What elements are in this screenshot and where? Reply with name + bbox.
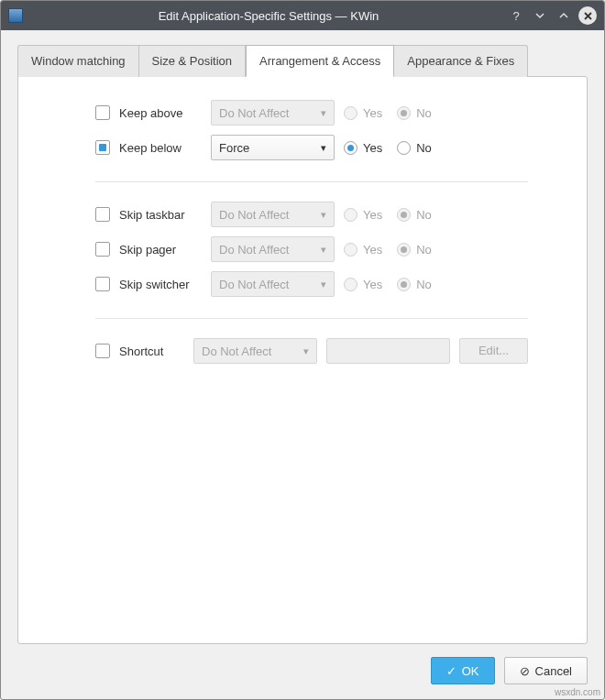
skip-switcher-mode-value: Do Not Affect <box>219 278 289 291</box>
ok-label: OK <box>462 664 479 678</box>
check-icon: ✓ <box>446 664 456 678</box>
skip-taskbar-yes-radio: Yes <box>344 208 382 222</box>
shortcut-input <box>326 338 450 364</box>
chevron-down-icon <box>534 10 545 21</box>
keep-below-yes-radio[interactable]: Yes <box>344 141 382 155</box>
skip-switcher-mode-combo: Do Not Affect ▾ <box>211 271 335 297</box>
shortcut-mode-combo: Do Not Affect ▾ <box>193 338 317 364</box>
tab-appearance-fixes[interactable]: Appearance & Fixes <box>394 45 528 77</box>
skip-pager-no-radio: No <box>397 243 432 257</box>
help-button[interactable]: ? <box>507 6 525 25</box>
rule-skip-switcher: Skip switcher Do Not Affect ▾ Yes No <box>95 267 528 301</box>
tab-bar: Window matching Size & Position Arrangem… <box>17 45 588 77</box>
skip-taskbar-mode-combo: Do Not Affect ▾ <box>211 202 335 227</box>
chevron-down-icon: ▾ <box>321 142 326 154</box>
tab-size-position[interactable]: Size & Position <box>139 45 246 77</box>
shortcut-checkbox[interactable] <box>95 344 110 358</box>
tab-arrangement-access[interactable]: Arrangement & Access <box>246 45 394 77</box>
skip-taskbar-label: Skip taskbar <box>119 208 202 222</box>
shortcut-mode-value: Do Not Affect <box>202 345 271 358</box>
app-icon <box>8 8 23 23</box>
keep-above-label: Keep above <box>119 106 202 120</box>
keep-below-no-radio[interactable]: No <box>397 141 432 155</box>
shortcut-label: Shortcut <box>119 345 184 358</box>
skip-taskbar-checkbox[interactable] <box>95 207 110 222</box>
keep-below-label: Keep below <box>119 141 202 155</box>
keep-above-mode-combo: Do Not Affect ▾ <box>211 100 335 126</box>
minimize-button[interactable] <box>531 6 549 25</box>
rule-keep-below: Keep below Force ▾ Yes No <box>95 130 528 165</box>
skip-taskbar-no-radio: No <box>397 208 432 222</box>
watermark: wsxdn.com <box>555 687 600 697</box>
keep-below-mode-combo[interactable]: Force ▾ <box>211 135 335 160</box>
chevron-down-icon: ▾ <box>321 107 326 119</box>
chevron-down-icon: ▾ <box>321 279 326 290</box>
keep-above-no-radio: No <box>397 106 432 120</box>
skip-pager-label: Skip pager <box>119 243 202 257</box>
close-icon <box>583 11 593 21</box>
skip-pager-mode-value: Do Not Affect <box>219 243 289 257</box>
cancel-icon: ⊘ <box>520 664 530 678</box>
chevron-down-icon: ▾ <box>303 345 309 357</box>
skip-switcher-no-radio: No <box>397 278 432 291</box>
shortcut-edit-button: Edit... <box>459 338 528 364</box>
close-button[interactable] <box>578 6 597 25</box>
chevron-up-icon <box>558 10 569 21</box>
skip-switcher-label: Skip switcher <box>119 278 202 291</box>
cancel-button[interactable]: ⊘ Cancel <box>504 657 588 684</box>
rule-skip-taskbar: Skip taskbar Do Not Affect ▾ Yes No <box>95 197 528 232</box>
skip-switcher-checkbox[interactable] <box>95 277 110 291</box>
rule-keep-above: Keep above Do Not Affect ▾ Yes No <box>95 95 528 130</box>
rule-shortcut: Shortcut Do Not Affect ▾ Edit... <box>95 334 528 368</box>
skip-pager-yes-radio: Yes <box>344 243 382 257</box>
chevron-down-icon: ▾ <box>321 244 326 256</box>
chevron-down-icon: ▾ <box>321 209 326 221</box>
keep-below-mode-value: Force <box>219 141 249 155</box>
tab-window-matching[interactable]: Window matching <box>17 45 139 77</box>
dialog-footer: ✓ OK ⊘ Cancel <box>431 657 588 684</box>
skip-pager-checkbox[interactable] <box>95 242 110 257</box>
rule-skip-pager: Skip pager Do Not Affect ▾ Yes No <box>95 232 528 267</box>
keep-above-mode-value: Do Not Affect <box>219 106 289 120</box>
ok-button[interactable]: ✓ OK <box>431 657 495 684</box>
keep-below-checkbox[interactable] <box>95 140 110 155</box>
skip-switcher-yes-radio: Yes <box>344 278 382 291</box>
keep-above-yes-radio: Yes <box>344 106 382 120</box>
cancel-label: Cancel <box>535 664 572 678</box>
skip-taskbar-mode-value: Do Not Affect <box>219 208 289 222</box>
skip-pager-mode-combo: Do Not Affect ▾ <box>211 236 335 262</box>
tab-panel: Keep above Do Not Affect ▾ Yes No Keep b… <box>17 76 588 644</box>
keep-above-checkbox[interactable] <box>95 105 110 120</box>
maximize-button[interactable] <box>555 6 573 25</box>
window-title: Edit Application-Specific Settings — KWi… <box>30 9 507 23</box>
separator <box>95 318 528 319</box>
title-bar: Edit Application-Specific Settings — KWi… <box>1 1 604 30</box>
separator <box>95 181 528 182</box>
